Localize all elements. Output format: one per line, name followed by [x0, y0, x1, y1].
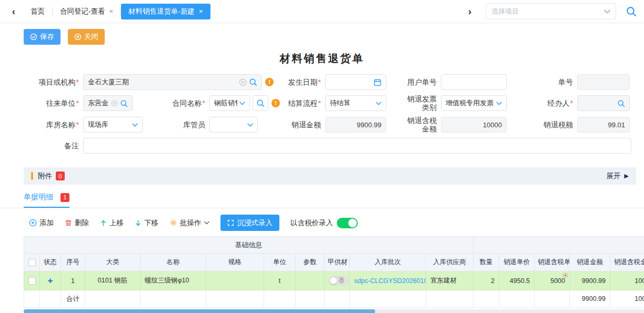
summary-amount-cell: 9900.99: [570, 290, 610, 308]
arrow-down-icon: [135, 219, 142, 227]
date-field[interactable]: [325, 74, 386, 90]
tax-label: 销退税额: [513, 120, 577, 129]
attachment-bar[interactable]: 附件 0 展开 ▶: [24, 167, 636, 185]
tab-home-label: 首页: [31, 7, 45, 16]
arrow-up-icon: [100, 219, 107, 227]
amount-label: 销退金额: [280, 120, 325, 129]
search-icon[interactable]: [617, 99, 625, 107]
warehouse-select[interactable]: 现场库: [83, 117, 143, 133]
search-icon[interactable]: [626, 6, 637, 17]
settle-flow-select[interactable]: 待结算: [325, 95, 386, 111]
inbound-batch-link[interactable]: sdpc-CLCGYSD2026010: [354, 277, 426, 285]
clear-icon[interactable]: [111, 100, 118, 107]
chevron-down-icon: [496, 102, 502, 105]
calendar-icon[interactable]: [374, 78, 381, 86]
search-icon[interactable]: [249, 78, 257, 86]
owner-supplied-toggle[interactable]: 否: [329, 276, 348, 285]
amount-tax-field: 10000: [441, 117, 507, 133]
cell-spec[interactable]: [206, 271, 264, 290]
counterparty-field[interactable]: 东营金辰建: [83, 95, 133, 111]
save-button[interactable]: 保存: [24, 29, 61, 45]
close-icon[interactable]: ×: [109, 7, 114, 15]
cell-param[interactable]: [296, 271, 325, 290]
summary-empty-cell: [535, 290, 570, 308]
modified-cell-marker: [563, 273, 568, 278]
add-subrow-icon[interactable]: +: [48, 276, 53, 286]
col-price: 销退单价: [499, 254, 535, 271]
grid-toolbar: 添加 删除 上移 下移 批操作 沉浸式录入 以含税价录入: [29, 215, 644, 231]
user-no-input[interactable]: [446, 78, 502, 86]
clear-icon[interactable]: [239, 78, 247, 86]
select-all-header: [24, 254, 40, 271]
tab-contract-view[interactable]: 合同登记-查看 ×: [53, 4, 120, 19]
cell-category[interactable]: 0101 钢筋: [85, 271, 140, 290]
cell-inbound-supplier[interactable]: 宜东建材: [426, 271, 474, 290]
warehouse-keeper-select[interactable]: [209, 117, 258, 133]
search-icon[interactable]: [120, 99, 128, 107]
project-field[interactable]: 金石大厦三期: [83, 74, 262, 90]
doc-no-label: 单号: [513, 78, 577, 86]
tabs-forward-icon[interactable]: ›: [464, 6, 476, 17]
plus-circle-icon: [29, 219, 37, 227]
save-button-label: 保存: [40, 32, 54, 42]
tax-field: 99.01: [577, 117, 630, 133]
remark-input[interactable]: [88, 142, 627, 150]
invoice-type-select[interactable]: 增值税专用发票: [441, 95, 507, 111]
move-up-button[interactable]: 上移: [100, 218, 124, 228]
summary-amount-tax-cell: 10000: [610, 290, 644, 308]
cell-price-tax[interactable]: 5000: [535, 271, 570, 290]
immersive-entry-button[interactable]: 沉浸式录入: [220, 215, 280, 231]
row-status-cell[interactable]: +: [40, 271, 61, 290]
row-select-cell: [24, 271, 40, 290]
col-owner-supplied: 甲供材: [325, 254, 350, 271]
summary-empty-cell: [264, 290, 296, 308]
x-circle-icon: [74, 33, 82, 41]
cell-unit[interactable]: t: [264, 271, 296, 290]
tab-home[interactable]: 首页: [23, 4, 52, 19]
remark-field[interactable]: [83, 138, 631, 154]
tabs-back-icon[interactable]: ‹: [7, 6, 20, 17]
batch-operations-button[interactable]: 批操作: [169, 218, 209, 228]
date-input[interactable]: [330, 78, 371, 86]
col-price-tax: 销退含税单价: [535, 254, 570, 271]
close-button[interactable]: 关闭: [68, 29, 105, 45]
summary-empty-cell: [140, 290, 206, 308]
chevron-down-icon[interactable]: [604, 9, 610, 14]
cell-name[interactable]: 螺纹三级钢φ10: [140, 271, 206, 290]
project-select[interactable]: [486, 3, 616, 19]
close-icon[interactable]: ×: [199, 7, 203, 15]
fullscreen-icon: [227, 219, 234, 226]
attachment-expand-button[interactable]: 展开 ▶: [607, 171, 629, 181]
add-row-button[interactable]: 添加: [29, 218, 54, 228]
move-down-button[interactable]: 下移: [135, 218, 158, 228]
contract-select[interactable]: 钢筋销售: [209, 95, 250, 111]
handler-field[interactable]: [577, 95, 630, 111]
cell-qty[interactable]: 2: [474, 271, 499, 290]
contract-search-button[interactable]: [253, 95, 268, 111]
date-label: 发生日期*: [280, 78, 325, 86]
info-icon[interactable]: !: [265, 78, 274, 86]
info-icon[interactable]: !: [271, 99, 280, 107]
project-select-input[interactable]: [491, 7, 601, 15]
gear-icon: [169, 219, 177, 227]
form-row-1: 项目或机构* 金石大厦三期 ! 发生日期* 用户单号: [21, 74, 638, 90]
row-checkbox[interactable]: [28, 277, 36, 285]
horizontal-scrollbar[interactable]: [24, 309, 644, 313]
detail-grid: 基础信息 状态 序号 大类 名称 规格 单位 参数 甲供材 入库批次 入库供应商…: [24, 236, 644, 308]
cell-amount-tax: 10000: [610, 271, 644, 290]
chevron-down-icon: [132, 123, 138, 127]
select-all-checkbox[interactable]: [28, 259, 36, 266]
summary-empty-cell: [350, 290, 426, 308]
tab-detail-lines[interactable]: 单据明细 1: [24, 193, 69, 208]
cell-price[interactable]: 4950.5: [499, 271, 535, 290]
tax-entry-toggle[interactable]: [337, 218, 358, 228]
page-title: 材料销售退货单: [0, 52, 644, 66]
user-no-field[interactable]: [441, 74, 507, 90]
scrollbar-thumb[interactable]: [24, 309, 375, 313]
group-header-blank: [474, 237, 644, 254]
handler-label: 经办人*: [513, 99, 577, 107]
tab-material-return-new[interactable]: 材料销售退货单-新建 ×: [121, 4, 210, 19]
col-qty: 数量: [474, 254, 499, 271]
toggle-knob: [348, 219, 357, 227]
delete-row-button[interactable]: 删除: [65, 218, 89, 228]
